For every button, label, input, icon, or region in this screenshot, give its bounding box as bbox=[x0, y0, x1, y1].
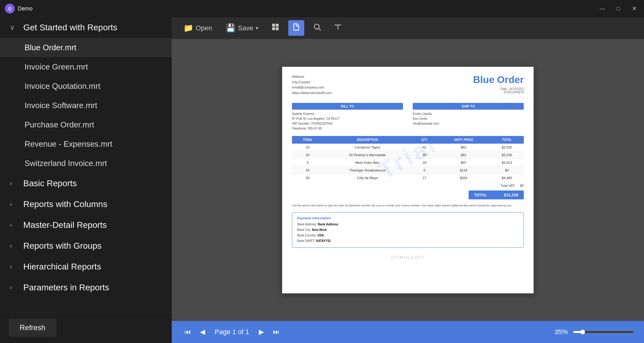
cell-item: 29 bbox=[292, 167, 323, 174]
sidebar-group-reports-groups: › Reports with Groups bbox=[0, 236, 172, 256]
sidebar-group-header-reports-columns[interactable]: › Reports with Columns bbox=[0, 194, 172, 215]
sidebar: ∨ Get Started with Reports Blue Order.mr… bbox=[0, 17, 172, 343]
window-controls: — □ ✕ bbox=[597, 4, 639, 13]
svg-point-4 bbox=[314, 24, 319, 29]
chevron-right-icon: › bbox=[10, 179, 17, 187]
svg-line-5 bbox=[319, 28, 320, 30]
bill-to-info: Speedy Express 87 Polk St. Los Angeles, … bbox=[292, 111, 403, 131]
sidebar-group-get-started: ∨ Get Started with Reports Blue Order.mr… bbox=[0, 17, 172, 173]
sidebar-group-hierarchical: › Hierarchical Reports bbox=[0, 256, 172, 277]
chevron-right-icon: › bbox=[10, 242, 17, 250]
pagination-bar: ⏮ ◀ Page 1 of 1 ▶ ⏭ 35% bbox=[172, 321, 644, 343]
sidebar-group-label-master-detail: Master-Detail Reports bbox=[23, 220, 107, 230]
save-button[interactable]: 💾 Save ▾ bbox=[221, 21, 263, 35]
vat-label: Total VAT: bbox=[500, 184, 515, 187]
sidebar-group-header-master-detail[interactable]: › Master-Detail Reports bbox=[0, 215, 172, 236]
cell-desc: Carnarvon Tigers bbox=[323, 144, 412, 151]
cell-qty: 17 bbox=[412, 174, 438, 182]
invoice-document: Trial Address City,Country email@company… bbox=[282, 67, 534, 293]
refresh-button[interactable]: Refresh bbox=[9, 318, 56, 337]
address-line3: email@company.com bbox=[292, 85, 332, 90]
sidebar-group-label-reports-groups: Reports with Groups bbox=[23, 241, 102, 251]
chevron-right-icon: › bbox=[10, 284, 17, 292]
table-row: 9 Mishi Kobe Niku 29 $97 $2,813 bbox=[292, 159, 524, 167]
save-dropdown-icon: ▾ bbox=[256, 25, 258, 31]
payment-title: Payment information bbox=[297, 216, 519, 220]
invoice-table: ITEM# DESCRIPTION QTY UNITY PRICE TOTAL … bbox=[292, 136, 524, 182]
sidebar-item-switzerland-invoice[interactable]: Switzerland Invoice.mrt bbox=[0, 154, 172, 173]
open-button[interactable]: 📁 Open bbox=[179, 21, 217, 35]
sidebar-group-reports-columns: › Reports with Columns bbox=[0, 194, 172, 215]
col-item: ITEM# bbox=[292, 136, 323, 144]
prev-page-button[interactable]: ◀ bbox=[196, 326, 209, 338]
sidebar-group-label-hierarchical: Hierarchical Reports bbox=[23, 262, 101, 272]
search-icon-button[interactable] bbox=[309, 20, 325, 36]
sidebar-item-label: Switzerland Invoice.mrt bbox=[25, 159, 107, 168]
cell-desc: Mishi Kobe Niku bbox=[323, 159, 412, 167]
sidebar-item-invoice-green[interactable]: Invoice Green.mrt bbox=[0, 57, 172, 77]
table-row: 18 Carnarvon Tigers 42 $62 $2,625 bbox=[292, 144, 524, 151]
zoom-slider[interactable] bbox=[573, 330, 634, 334]
total-final-box: TOTAL $13,158 bbox=[469, 190, 524, 199]
sidebar-group-master-detail: › Master-Detail Reports bbox=[0, 215, 172, 236]
sidebar-item-revenue-expenses[interactable]: Revenue - Expenses.mrt bbox=[0, 134, 172, 154]
sidebar-group-header-reports-groups[interactable]: › Reports with Groups bbox=[0, 236, 172, 256]
table-row: 20 Sir Rodney's Marmalade 40 $81 $3,240 bbox=[292, 151, 524, 159]
cell-price: $264 bbox=[437, 174, 490, 182]
total-label: TOTAL bbox=[474, 193, 487, 197]
svg-point-10 bbox=[506, 67, 524, 76]
invoice-vat-row: Total VAT: $0 bbox=[282, 182, 534, 189]
address-line4: https://www.stimulsoft.com bbox=[292, 90, 332, 96]
close-button[interactable]: ✕ bbox=[629, 4, 639, 13]
bill-to-box: BILL TO Speedy Express 87 Polk St. Los A… bbox=[292, 103, 403, 131]
save-label: Save bbox=[238, 24, 253, 32]
table-row: 29 Thüringer Rostbratwurst 0 $124 $0 bbox=[292, 167, 524, 174]
vat-value: $0 bbox=[520, 184, 524, 187]
main-layout: ∨ Get Started with Reports Blue Order.mr… bbox=[0, 17, 644, 343]
sidebar-group-parameters: › Parameters in Reports bbox=[0, 277, 172, 298]
cell-total: $0 bbox=[490, 167, 524, 174]
folder-icon: 📁 bbox=[183, 23, 193, 33]
sidebar-group-header-parameters[interactable]: › Parameters in Reports bbox=[0, 277, 172, 298]
chevron-right-icon: › bbox=[10, 200, 17, 208]
cell-qty: 40 bbox=[412, 151, 438, 159]
sidebar-item-invoice-software[interactable]: Invoice Software.mrt bbox=[0, 96, 172, 115]
app-title: Demo bbox=[18, 6, 597, 12]
sidebar-item-label: Revenue - Expenses.mrt bbox=[25, 139, 112, 149]
sidebar-item-label: Invoice Green.mrt bbox=[25, 62, 88, 71]
layout-icon-button[interactable] bbox=[267, 20, 283, 36]
zoom-label: 35% bbox=[554, 328, 568, 336]
sidebar-group-header-hierarchical[interactable]: › Hierarchical Reports bbox=[0, 256, 172, 277]
sidebar-item-label: Invoice Quotation.mrt bbox=[25, 81, 100, 91]
sidebar-item-purchase-order[interactable]: Purchase Order.mrt bbox=[0, 115, 172, 134]
toolbar: 📁 Open 💾 Save ▾ bbox=[172, 17, 644, 39]
zoom-controls: 35% bbox=[554, 328, 634, 336]
last-page-button[interactable]: ⏭ bbox=[270, 326, 282, 338]
cell-price: $62 bbox=[437, 144, 490, 151]
preview-area: Trial Address City,Country email@company… bbox=[172, 39, 644, 321]
col-qty: QTY bbox=[412, 136, 438, 144]
minimize-button[interactable]: — bbox=[597, 4, 607, 13]
open-label: Open bbox=[196, 24, 212, 32]
svg-point-6 bbox=[472, 67, 534, 110]
next-page-button[interactable]: ▶ bbox=[255, 326, 268, 338]
invoice-footer-note: Use the above information to pay the ord… bbox=[292, 202, 524, 210]
sidebar-group-header-basic-reports[interactable]: › Basic Reports bbox=[0, 173, 172, 194]
cell-item: 38 bbox=[292, 174, 323, 182]
cell-item: 9 bbox=[292, 159, 323, 167]
preview-icon-button[interactable] bbox=[288, 20, 304, 36]
sidebar-item-invoice-quotation[interactable]: Invoice Quotation.mrt bbox=[0, 77, 172, 96]
invoice-watermark: STIMULSOFT bbox=[282, 253, 534, 265]
text-icon-button[interactable] bbox=[330, 20, 346, 36]
sidebar-item-blue-order[interactable]: Blue Order.mrt bbox=[0, 38, 172, 57]
cell-qty: 0 bbox=[412, 167, 438, 174]
svg-rect-3 bbox=[276, 27, 278, 30]
first-page-button[interactable]: ⏮ bbox=[182, 326, 194, 338]
svg-point-8 bbox=[491, 67, 534, 91]
cell-desc: Côte de Blaye bbox=[323, 174, 412, 182]
cell-total: $4,480 bbox=[490, 174, 524, 182]
save-icon: 💾 bbox=[226, 23, 236, 33]
sidebar-group-header-get-started[interactable]: ∨ Get Started with Reports bbox=[0, 17, 172, 38]
maximize-button[interactable]: □ bbox=[613, 4, 623, 13]
sidebar-content: ∨ Get Started with Reports Blue Order.mr… bbox=[0, 17, 172, 312]
